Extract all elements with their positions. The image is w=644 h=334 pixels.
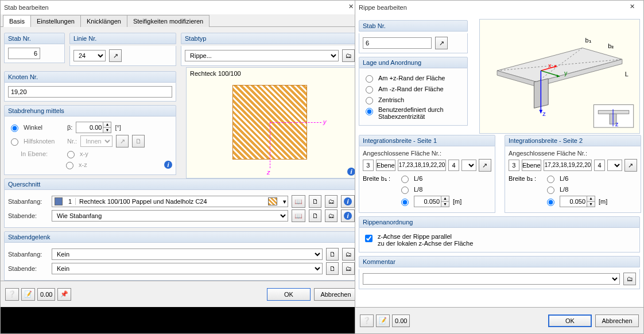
pick-surface-icon[interactable]: ↗ [624, 159, 637, 172]
stabnr-input[interactable] [363, 37, 432, 49]
black-bar [1, 307, 363, 333]
new-icon[interactable]: 🗋 [326, 248, 339, 261]
plane-xz-radio [66, 162, 73, 169]
svg-rect-19 [598, 110, 629, 114]
cross-section-header: Querschnitt [4, 178, 359, 190]
stabnr-header: Stab Nr. [359, 20, 468, 32]
nr-label: Nr.: [67, 138, 77, 145]
position-header: Lage und Anordnung [359, 57, 468, 68]
help-icon[interactable]: ❔ [5, 288, 19, 301]
cancel-button[interactable]: Abbrechen [595, 314, 639, 327]
dialog-title: Rippe bearbeiten [359, 4, 407, 11]
note-icon[interactable]: 📝 [376, 314, 390, 327]
new-icon[interactable]: 🗋 [309, 209, 321, 222]
axis-z-label: z [267, 169, 270, 176]
new-node-icon: 🗋 [132, 135, 145, 147]
hinge-header: Stabendgelenk [4, 231, 359, 243]
stabende-label: Stabende: [8, 212, 48, 219]
b1-value-spinner[interactable]: ▲▼ [414, 196, 449, 207]
linienr-select[interactable]: 24 [73, 50, 106, 61]
ib1-header: Integrationsbreite - Seite 1 [359, 135, 495, 146]
lib-icon[interactable]: 📖 [292, 209, 305, 222]
ib1-surface-select[interactable] [461, 160, 476, 171]
zaxis-parallel-checkbox[interactable] [365, 235, 373, 242]
innen-select: Innen [80, 135, 112, 147]
hinge-end-combo[interactable]: Kein [52, 263, 323, 274]
tab-basis[interactable]: Basis [3, 15, 31, 27]
hilfs-label: Hilfsknoten [24, 138, 64, 145]
tab-strip: Basis Einstellungen Knicklängen Steifigk… [1, 14, 362, 27]
edit-icon[interactable]: 🗂 [325, 209, 337, 222]
close-icon[interactable]: ✕ [623, 1, 641, 13]
b2-custom-radio[interactable] [547, 199, 554, 206]
pick-node-icon: ↗ [116, 135, 129, 147]
units-icon[interactable]: 0.00 [392, 314, 410, 327]
knotennr-input[interactable] [8, 86, 172, 98]
ib2-header: Integrationsbreite - Seite 2 [505, 135, 641, 146]
comment-lib-icon[interactable]: 🗂 [623, 273, 636, 285]
rotation-helpnode-radio[interactable] [11, 138, 18, 146]
title-bar: Stab bearbeiten ✕ [1, 1, 362, 14]
pin-icon[interactable]: 📌 [57, 288, 71, 301]
edit-icon[interactable]: 🗂 [325, 195, 337, 208]
note-icon[interactable]: 📝 [21, 288, 35, 301]
b2-l6-radio[interactable] [547, 176, 554, 183]
end-section-combo[interactable]: Wie Stabanfang [52, 210, 288, 222]
cross-section-preview: Rechteck 100/100 y z [186, 67, 358, 178]
b1-l6-radio[interactable] [401, 176, 409, 183]
info-icon[interactable] [164, 161, 172, 169]
dialog-title: Stab bearbeiten [4, 4, 49, 11]
ib2-surface-select[interactable] [607, 160, 622, 171]
info-icon[interactable] [347, 168, 355, 176]
stabnr-input[interactable] [8, 48, 40, 59]
inebene-label: In Ebene: [21, 150, 61, 157]
help-icon[interactable]: ❔ [360, 314, 374, 327]
b1-l8-radio[interactable] [401, 187, 409, 194]
info-icon[interactable] [341, 195, 355, 208]
pos-plusz-radio[interactable] [366, 75, 373, 83]
pos-custom-radio[interactable] [366, 108, 373, 115]
hinge-start-combo[interactable]: Kein [52, 248, 323, 260]
beta-spinner[interactable]: ▲▼ [76, 122, 111, 133]
stabnr-header: Stab Nr. [4, 33, 65, 44]
b1-custom-radio[interactable] [401, 199, 409, 206]
cancel-button[interactable]: Abbrechen [314, 288, 358, 301]
new-icon[interactable]: 🗋 [309, 195, 321, 208]
pick-surface-icon[interactable]: ↗ [479, 159, 491, 172]
pick-member-icon[interactable]: ↗ [435, 37, 448, 49]
tab-stiffness[interactable]: Steifigkeiten modifizieren [127, 15, 210, 27]
svg-text:y: y [564, 69, 568, 76]
plane-xy-radio [67, 151, 75, 158]
edit-icon[interactable]: 🗂 [342, 262, 355, 275]
stabtyp-select[interactable]: Rippe... [185, 50, 339, 61]
lib-icon[interactable]: 📖 [292, 195, 305, 208]
b2-value-spinner[interactable]: ▲▼ [560, 196, 595, 207]
knotennr-header: Knoten Nr. [4, 71, 176, 83]
comment-combo[interactable] [363, 273, 620, 285]
edit-member-dialog: Stab bearbeiten ✕ Basis Einstellungen Kn… [0, 0, 363, 334]
tab-buckling[interactable]: Knicklängen [80, 15, 127, 27]
rib-arrangement-header: Rippenanordnung [359, 216, 640, 228]
edit-rib-dialog: Rippe bearbeiten ✕ Stab Nr. ↗ Lage und A… [355, 0, 644, 334]
units-icon[interactable]: 0.00 [37, 288, 55, 301]
pos-centric-radio[interactable] [366, 97, 373, 104]
new-icon[interactable]: 🗋 [326, 262, 339, 275]
stabtyp-edit-icon[interactable]: 🗂 [342, 49, 355, 62]
ok-button[interactable]: OK [548, 314, 592, 327]
svg-text:b₂: b₂ [608, 42, 614, 49]
info-icon[interactable] [341, 209, 355, 222]
tab-settings[interactable]: Einstellungen [30, 15, 81, 27]
preview-title: Rechteck 100/100 [187, 68, 358, 79]
dialog-footer: ❔ 📝 0.00 OK Abbrechen [355, 307, 643, 333]
stabtyp-header: Stabtyp [181, 33, 359, 44]
start-section-combo[interactable]: 1 Rechteck 100/100 Pappel und Nadelholz … [52, 196, 288, 207]
edit-icon[interactable]: 🗂 [342, 248, 355, 261]
b2-l8-radio[interactable] [547, 187, 554, 194]
rotation-angle-radio[interactable] [11, 125, 18, 132]
pos-minusz-radio[interactable] [366, 86, 373, 94]
svg-text:b₁: b₁ [585, 37, 591, 44]
dialog-content: Stab Nr. Linie Nr. 24 ↗ Stabtyp Rippe...… [1, 27, 362, 283]
stabanfang-label: Stabanfang: [8, 198, 48, 205]
ok-button[interactable]: OK [267, 288, 311, 301]
pick-line-icon[interactable]: ↗ [109, 49, 122, 62]
